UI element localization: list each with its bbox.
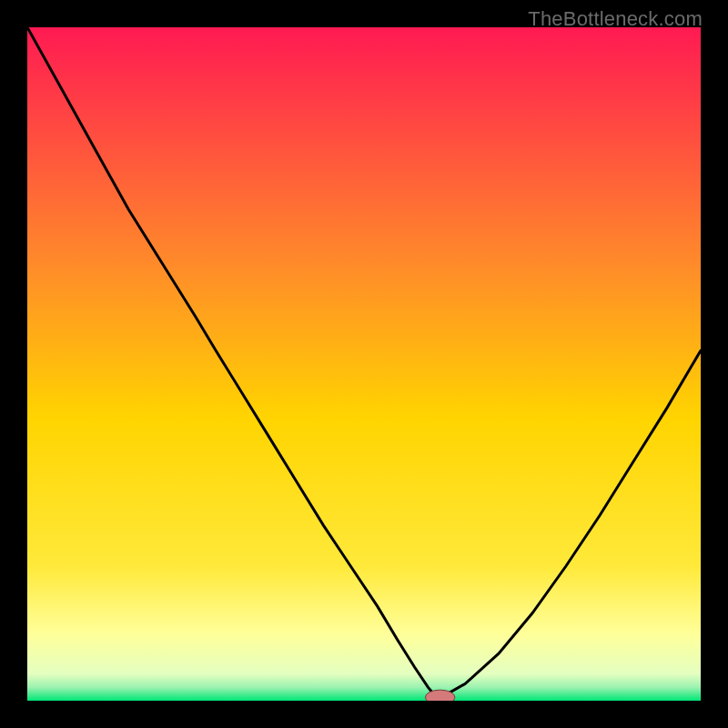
gradient-background [27, 27, 701, 701]
optimum-marker [425, 690, 455, 701]
plot-area [27, 27, 701, 701]
bottleneck-chart [27, 27, 701, 701]
chart-frame: TheBottleneck.com [0, 0, 728, 728]
